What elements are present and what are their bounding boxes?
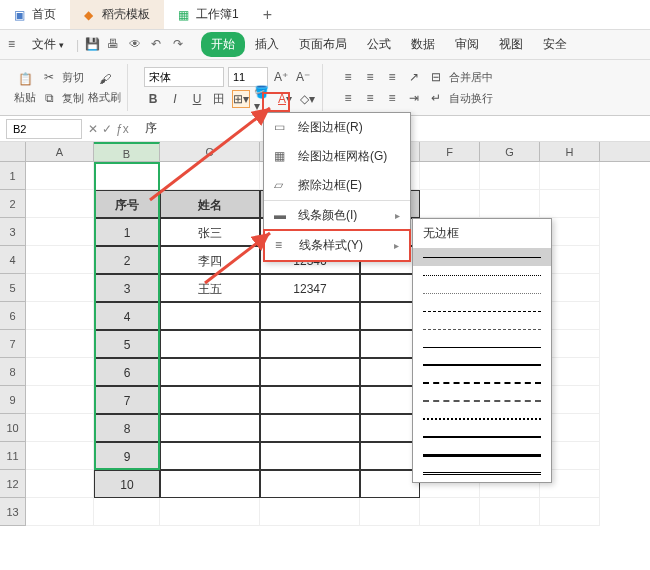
cell-C5[interactable]: 王五 — [160, 274, 260, 302]
sm-line-style-7[interactable] — [413, 356, 551, 374]
cell-D13[interactable] — [260, 498, 360, 526]
cell-D10[interactable] — [260, 414, 360, 442]
cell-C3[interactable]: 张三 — [160, 218, 260, 246]
tab-add[interactable]: + — [253, 2, 282, 28]
cell-A3[interactable] — [26, 218, 94, 246]
cell-C7[interactable] — [160, 330, 260, 358]
cell-B4[interactable]: 2 — [94, 246, 160, 274]
cell-C8[interactable] — [160, 358, 260, 386]
cell-B6[interactable]: 4 — [94, 302, 160, 330]
cell-F13[interactable] — [420, 498, 480, 526]
cell-B12[interactable]: 10 — [94, 470, 160, 498]
border-dropdown-button[interactable]: ⊞▾ — [232, 90, 250, 108]
underline-button[interactable]: U — [188, 90, 206, 108]
cell-B9[interactable]: 7 — [94, 386, 160, 414]
row-header[interactable]: 12 — [0, 470, 26, 498]
align-right-icon[interactable]: ≡ — [383, 89, 401, 107]
cell-A7[interactable] — [26, 330, 94, 358]
redo-icon[interactable]: ↷ — [173, 37, 189, 53]
fx-icon[interactable]: ƒx — [116, 122, 129, 136]
cell-H1[interactable] — [540, 162, 600, 190]
sm-line-style-1[interactable] — [413, 248, 551, 266]
cell-D5[interactable]: 12347 — [260, 274, 360, 302]
dd-draw-border[interactable]: ▭ 绘图边框(R) — [264, 113, 410, 142]
cell-C6[interactable] — [160, 302, 260, 330]
align-top-icon[interactable]: ≡ — [339, 68, 357, 86]
cell-E7[interactable] — [360, 330, 420, 358]
row-header[interactable]: 7 — [0, 330, 26, 358]
cell-A12[interactable] — [26, 470, 94, 498]
col-header-C[interactable]: C — [160, 142, 260, 161]
cell-A9[interactable] — [26, 386, 94, 414]
ribbon-tab-formula[interactable]: 公式 — [357, 32, 401, 57]
decrease-font-icon[interactable]: A⁻ — [294, 68, 312, 86]
cell-A10[interactable] — [26, 414, 94, 442]
tab-home[interactable]: ▣ 首页 — [0, 0, 70, 29]
cell-B8[interactable]: 6 — [94, 358, 160, 386]
cell-C11[interactable] — [160, 442, 260, 470]
ribbon-tab-insert[interactable]: 插入 — [245, 32, 289, 57]
strikethrough-button[interactable]: 田 — [210, 90, 228, 108]
cell-C12[interactable] — [160, 470, 260, 498]
menu-file[interactable]: 文件 ▾ — [26, 34, 70, 55]
formula-input[interactable]: 序 — [135, 120, 157, 137]
col-header-B[interactable]: B — [94, 142, 160, 161]
cancel-icon[interactable]: ✕ — [88, 122, 98, 136]
dd-draw-grid[interactable]: ▦ 绘图边框网格(G) — [264, 142, 410, 171]
name-box[interactable] — [6, 119, 82, 139]
col-header-G[interactable]: G — [480, 142, 540, 161]
select-all-corner[interactable] — [0, 142, 26, 161]
app-menu-icon[interactable]: ≡ — [8, 37, 24, 53]
cell-D6[interactable] — [260, 302, 360, 330]
cell-B3[interactable]: 1 — [94, 218, 160, 246]
cell-D12[interactable] — [260, 470, 360, 498]
cell-D7[interactable] — [260, 330, 360, 358]
cell-A1[interactable] — [26, 162, 94, 190]
ribbon-tab-security[interactable]: 安全 — [533, 32, 577, 57]
sm-line-style-12[interactable] — [413, 446, 551, 464]
row-header[interactable]: 8 — [0, 358, 26, 386]
cell-C9[interactable] — [160, 386, 260, 414]
cell-B10[interactable]: 8 — [94, 414, 160, 442]
orientation-icon[interactable]: ↗ — [405, 68, 423, 86]
cell-D8[interactable] — [260, 358, 360, 386]
cell-A5[interactable] — [26, 274, 94, 302]
row-header[interactable]: 6 — [0, 302, 26, 330]
cell-B13[interactable] — [94, 498, 160, 526]
sm-line-style-4[interactable] — [413, 302, 551, 320]
save-icon[interactable]: 💾 — [85, 37, 101, 53]
cell-E12[interactable] — [360, 470, 420, 498]
dd-erase-border[interactable]: ▱ 擦除边框(E) — [264, 171, 410, 200]
cell-B5[interactable]: 3 — [94, 274, 160, 302]
indent-icon[interactable]: ⇥ — [405, 89, 423, 107]
row-header[interactable]: 11 — [0, 442, 26, 470]
ribbon-tab-data[interactable]: 数据 — [401, 32, 445, 57]
font-size-select[interactable] — [228, 67, 268, 87]
format-painter-button[interactable]: 🖌 格式刷 — [88, 70, 121, 105]
wrap-button[interactable]: ↵ 自动换行 — [427, 89, 493, 107]
row-header[interactable]: 3 — [0, 218, 26, 246]
dd-line-color[interactable]: ▬ 线条颜色(I) ▸ — [264, 200, 410, 230]
italic-button[interactable]: I — [166, 90, 184, 108]
cell-C2[interactable]: 姓名 — [160, 190, 260, 218]
bold-button[interactable]: B — [144, 90, 162, 108]
row-header[interactable]: 5 — [0, 274, 26, 302]
clear-format-button[interactable]: ◇▾ — [298, 90, 316, 108]
sm-no-border[interactable]: 无边框 — [413, 219, 551, 248]
cell-C1[interactable] — [160, 162, 260, 190]
align-bottom-icon[interactable]: ≡ — [383, 68, 401, 86]
cell-C4[interactable]: 李四 — [160, 246, 260, 274]
copy-button[interactable]: ⧉ 复制 — [40, 89, 84, 107]
row-header[interactable]: 2 — [0, 190, 26, 218]
dd-line-style[interactable]: ≡ 线条样式(Y) ▸ — [263, 229, 411, 262]
cell-B7[interactable]: 5 — [94, 330, 160, 358]
undo-icon[interactable]: ↶ — [151, 37, 167, 53]
print-icon[interactable]: 🖶 — [107, 37, 123, 53]
cell-E13[interactable] — [360, 498, 420, 526]
merge-button[interactable]: ⊟ 合并居中 — [427, 68, 493, 86]
cell-B1[interactable] — [94, 162, 160, 190]
sm-line-style-2[interactable] — [413, 266, 551, 284]
cell-A8[interactable] — [26, 358, 94, 386]
cell-E5[interactable] — [360, 274, 420, 302]
font-color-button[interactable]: A▾ — [276, 90, 294, 108]
